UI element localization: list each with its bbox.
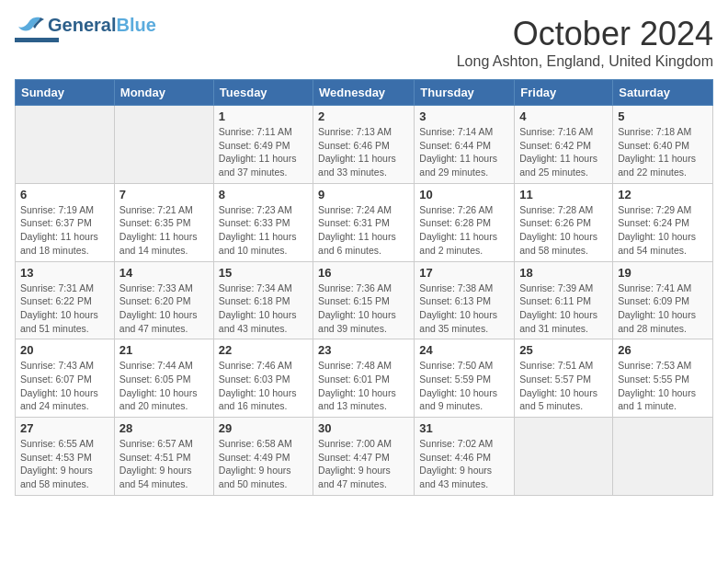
week-row-4: 20Sunrise: 7:43 AM Sunset: 6:07 PM Dayli… (16, 339, 713, 418)
day-info: Sunrise: 7:16 AM Sunset: 6:42 PM Dayligh… (519, 125, 608, 179)
day-info: Sunrise: 7:36 AM Sunset: 6:15 PM Dayligh… (318, 282, 409, 336)
calendar-cell: 22Sunrise: 7:46 AM Sunset: 6:03 PM Dayli… (213, 339, 313, 418)
day-info: Sunrise: 7:00 AM Sunset: 4:47 PM Dayligh… (318, 437, 409, 491)
calendar-cell: 12Sunrise: 7:29 AM Sunset: 6:24 PM Dayli… (613, 183, 713, 261)
day-info: Sunrise: 7:14 AM Sunset: 6:44 PM Dayligh… (419, 125, 509, 179)
day-info: Sunrise: 7:33 AM Sunset: 6:20 PM Dayligh… (119, 282, 209, 336)
calendar-cell: 9Sunrise: 7:24 AM Sunset: 6:31 PM Daylig… (313, 183, 415, 261)
day-number: 16 (318, 266, 409, 280)
day-info: Sunrise: 7:23 AM Sunset: 6:33 PM Dayligh… (219, 203, 308, 258)
day-info: Sunrise: 7:34 AM Sunset: 6:18 PM Dayligh… (219, 282, 308, 336)
page-header: GeneralBlue October 2024 Long Ashton, En… (15, 15, 713, 70)
day-number: 2 (318, 109, 409, 123)
day-header-sunday: Sunday (16, 80, 115, 106)
logo-general: General (48, 15, 116, 35)
day-number: 20 (20, 343, 109, 357)
day-number: 5 (618, 109, 708, 123)
day-number: 10 (419, 188, 509, 201)
day-number: 4 (519, 109, 608, 123)
day-number: 6 (20, 188, 109, 201)
calendar-cell: 6Sunrise: 7:19 AM Sunset: 6:37 PM Daylig… (16, 183, 115, 261)
logo-blue: Blue (116, 15, 155, 35)
day-info: Sunrise: 7:44 AM Sunset: 6:05 PM Dayligh… (119, 359, 209, 413)
day-number: 28 (119, 421, 209, 435)
day-header-wednesday: Wednesday (313, 80, 415, 106)
calendar-cell: 4Sunrise: 7:16 AM Sunset: 6:42 PM Daylig… (515, 106, 613, 184)
day-info: Sunrise: 7:41 AM Sunset: 6:09 PM Dayligh… (618, 282, 708, 336)
day-info: Sunrise: 7:19 AM Sunset: 6:37 PM Dayligh… (20, 203, 109, 258)
day-number: 17 (419, 266, 509, 280)
calendar-cell (114, 106, 213, 184)
day-info: Sunrise: 7:38 AM Sunset: 6:13 PM Dayligh… (419, 282, 509, 336)
week-row-2: 6Sunrise: 7:19 AM Sunset: 6:37 PM Daylig… (16, 183, 713, 261)
month-title: October 2024 (457, 15, 713, 53)
day-number: 21 (119, 343, 209, 357)
calendar-cell: 30Sunrise: 7:00 AM Sunset: 4:47 PM Dayli… (313, 418, 415, 496)
week-row-3: 13Sunrise: 7:31 AM Sunset: 6:22 PM Dayli… (16, 261, 713, 339)
calendar-cell: 21Sunrise: 7:44 AM Sunset: 6:05 PM Dayli… (114, 339, 213, 418)
day-header-monday: Monday (114, 80, 213, 106)
day-number: 8 (219, 188, 308, 201)
logo: GeneralBlue (15, 15, 156, 42)
day-info: Sunrise: 7:50 AM Sunset: 5:59 PM Dayligh… (419, 359, 509, 413)
calendar-cell: 25Sunrise: 7:51 AM Sunset: 5:57 PM Dayli… (515, 339, 613, 418)
day-info: Sunrise: 7:43 AM Sunset: 6:07 PM Dayligh… (20, 359, 109, 413)
day-number: 18 (519, 266, 608, 280)
day-number: 1 (219, 109, 308, 123)
calendar-cell: 7Sunrise: 7:21 AM Sunset: 6:35 PM Daylig… (114, 183, 213, 261)
calendar-cell: 23Sunrise: 7:48 AM Sunset: 6:01 PM Dayli… (313, 339, 415, 418)
day-number: 29 (219, 421, 308, 435)
day-number: 31 (419, 421, 509, 435)
day-number: 26 (618, 343, 708, 357)
day-info: Sunrise: 7:02 AM Sunset: 4:46 PM Dayligh… (419, 437, 509, 491)
logo-underline (15, 38, 59, 42)
day-info: Sunrise: 7:39 AM Sunset: 6:11 PM Dayligh… (519, 282, 608, 336)
calendar-cell: 3Sunrise: 7:14 AM Sunset: 6:44 PM Daylig… (415, 106, 515, 184)
calendar-cell: 1Sunrise: 7:11 AM Sunset: 6:49 PM Daylig… (213, 106, 313, 184)
day-number: 9 (318, 188, 409, 201)
calendar-cell (16, 106, 115, 184)
day-number: 30 (318, 421, 409, 435)
calendar-cell: 27Sunrise: 6:55 AM Sunset: 4:53 PM Dayli… (16, 418, 115, 496)
calendar-cell: 18Sunrise: 7:39 AM Sunset: 6:11 PM Dayli… (515, 261, 613, 339)
calendar-table: SundayMondayTuesdayWednesdayThursdayFrid… (15, 79, 713, 496)
day-info: Sunrise: 7:31 AM Sunset: 6:22 PM Dayligh… (20, 282, 109, 336)
calendar-cell: 29Sunrise: 6:58 AM Sunset: 4:49 PM Dayli… (213, 418, 313, 496)
day-info: Sunrise: 7:26 AM Sunset: 6:28 PM Dayligh… (419, 203, 509, 258)
logo-bird-icon (15, 16, 44, 36)
calendar-cell: 24Sunrise: 7:50 AM Sunset: 5:59 PM Dayli… (415, 339, 515, 418)
calendar-cell: 31Sunrise: 7:02 AM Sunset: 4:46 PM Dayli… (415, 418, 515, 496)
day-info: Sunrise: 7:24 AM Sunset: 6:31 PM Dayligh… (318, 203, 409, 258)
calendar-cell (515, 418, 613, 496)
calendar-cell (613, 418, 713, 496)
day-number: 14 (119, 266, 209, 280)
week-row-1: 1Sunrise: 7:11 AM Sunset: 6:49 PM Daylig… (16, 106, 713, 184)
day-number: 7 (119, 188, 209, 201)
calendar-cell: 20Sunrise: 7:43 AM Sunset: 6:07 PM Dayli… (16, 339, 115, 418)
calendar-cell: 16Sunrise: 7:36 AM Sunset: 6:15 PM Dayli… (313, 261, 415, 339)
day-number: 13 (20, 266, 109, 280)
day-info: Sunrise: 7:13 AM Sunset: 6:46 PM Dayligh… (318, 125, 409, 179)
day-info: Sunrise: 7:51 AM Sunset: 5:57 PM Dayligh… (519, 359, 608, 413)
day-number: 23 (318, 343, 409, 357)
day-header-friday: Friday (515, 80, 613, 106)
day-header-thursday: Thursday (415, 80, 515, 106)
day-number: 22 (219, 343, 308, 357)
day-info: Sunrise: 7:11 AM Sunset: 6:49 PM Dayligh… (219, 125, 308, 179)
day-info: Sunrise: 7:46 AM Sunset: 6:03 PM Dayligh… (219, 359, 308, 413)
calendar-cell: 13Sunrise: 7:31 AM Sunset: 6:22 PM Dayli… (16, 261, 115, 339)
day-info: Sunrise: 7:28 AM Sunset: 6:26 PM Dayligh… (519, 203, 608, 258)
week-row-5: 27Sunrise: 6:55 AM Sunset: 4:53 PM Dayli… (16, 418, 713, 496)
day-info: Sunrise: 7:53 AM Sunset: 5:55 PM Dayligh… (618, 359, 708, 413)
day-number: 11 (519, 188, 608, 201)
calendar-cell: 10Sunrise: 7:26 AM Sunset: 6:28 PM Dayli… (415, 183, 515, 261)
calendar-cell: 15Sunrise: 7:34 AM Sunset: 6:18 PM Dayli… (213, 261, 313, 339)
calendar-cell: 17Sunrise: 7:38 AM Sunset: 6:13 PM Dayli… (415, 261, 515, 339)
day-info: Sunrise: 6:57 AM Sunset: 4:51 PM Dayligh… (119, 437, 209, 491)
day-info: Sunrise: 6:58 AM Sunset: 4:49 PM Dayligh… (219, 437, 308, 491)
day-number: 27 (20, 421, 109, 435)
calendar-cell: 2Sunrise: 7:13 AM Sunset: 6:46 PM Daylig… (313, 106, 415, 184)
day-number: 19 (618, 266, 708, 280)
day-number: 24 (419, 343, 509, 357)
day-info: Sunrise: 7:29 AM Sunset: 6:24 PM Dayligh… (618, 203, 708, 258)
